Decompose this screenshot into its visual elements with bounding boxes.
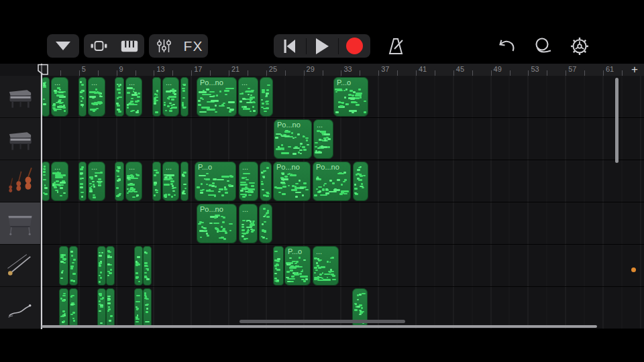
note-dot <box>290 174 297 176</box>
note-dot <box>200 192 203 194</box>
note-dot <box>286 263 288 265</box>
ruler[interactable]: + 5913172125293337414549535761 <box>40 64 644 76</box>
midi-region[interactable] <box>260 77 273 117</box>
midi-region[interactable] <box>180 162 189 201</box>
midi-region[interactable] <box>106 246 115 286</box>
note-dot <box>294 187 300 189</box>
track-header-thin-instrument[interactable] <box>0 287 40 329</box>
note-dot <box>245 177 247 179</box>
midi-region[interactable] <box>115 77 124 117</box>
song-sections-button[interactable] <box>47 34 79 58</box>
midi-region[interactable] <box>69 246 78 286</box>
tracks-view-button[interactable] <box>84 34 114 58</box>
midi-region[interactable]: ... <box>313 119 333 159</box>
fx-button[interactable]: FX <box>178 34 208 58</box>
midi-region[interactable] <box>152 77 161 117</box>
note-dot <box>131 94 138 96</box>
midi-region[interactable]: Po...no <box>197 204 237 243</box>
midi-region[interactable]: ... <box>51 77 68 117</box>
record-button[interactable] <box>339 34 370 58</box>
midi-region[interactable]: Po...no <box>197 77 237 117</box>
note-dot <box>89 176 91 178</box>
horizontal-scrollbar[interactable] <box>42 325 597 328</box>
midi-region[interactable]: ... <box>88 77 105 117</box>
note-dot <box>206 184 208 186</box>
playhead-handle[interactable] <box>37 64 49 76</box>
midi-region[interactable]: ... <box>239 162 258 201</box>
garageband-app: FX <box>0 0 644 362</box>
note-dot <box>262 189 264 191</box>
midi-region[interactable] <box>143 246 152 286</box>
note-dot <box>101 306 103 308</box>
note-dot <box>315 142 318 144</box>
note-dot <box>225 192 228 194</box>
note-dot <box>131 98 133 100</box>
midi-region[interactable]: ... <box>238 77 258 117</box>
note-dot <box>182 90 185 92</box>
midi-region[interactable] <box>273 246 284 286</box>
midi-region[interactable] <box>97 288 106 328</box>
midi-region[interactable] <box>260 162 272 201</box>
midi-region[interactable] <box>59 288 68 328</box>
undo-button[interactable] <box>491 34 521 58</box>
midi-region[interactable]: ... <box>88 162 105 201</box>
track-header-clavinet[interactable] <box>0 202 40 245</box>
metronome-button[interactable] <box>381 34 411 58</box>
midi-region[interactable] <box>134 288 143 328</box>
note-dot <box>129 178 138 180</box>
midi-region[interactable]: Po...no <box>313 162 351 201</box>
note-dot <box>172 92 175 94</box>
loop-browser-button[interactable] <box>528 34 557 58</box>
midi-region[interactable] <box>180 77 189 117</box>
midi-region[interactable]: ... <box>239 204 258 243</box>
note-dot <box>137 256 140 258</box>
midi-region[interactable] <box>78 162 87 201</box>
play-button[interactable] <box>307 34 338 58</box>
midi-region[interactable] <box>78 77 87 117</box>
track-header-grand-piano[interactable] <box>0 76 40 118</box>
midi-region[interactable]: Po...no <box>273 162 311 201</box>
midi-region[interactable]: P...o <box>333 77 368 117</box>
add-track-button[interactable]: + <box>629 64 640 75</box>
mixer-button[interactable] <box>149 34 178 58</box>
keyboard-view-button[interactable] <box>114 34 144 58</box>
note-dot <box>53 105 55 107</box>
playhead-line[interactable] <box>41 64 42 329</box>
note-dot <box>63 105 65 107</box>
note-dot <box>146 308 148 310</box>
midi-region[interactable]: ... <box>125 162 142 201</box>
midi-region[interactable]: ... <box>313 246 339 286</box>
midi-region[interactable]: ... <box>162 77 179 117</box>
track-header-grand-piano[interactable] <box>0 118 40 160</box>
midi-region[interactable] <box>59 246 68 286</box>
midi-region[interactable] <box>69 288 78 328</box>
midi-region[interactable] <box>143 288 152 328</box>
midi-region[interactable] <box>259 204 272 243</box>
rewind-button[interactable] <box>274 34 306 58</box>
midi-region[interactable]: ... <box>162 162 179 201</box>
midi-region[interactable] <box>115 162 124 201</box>
midi-region[interactable]: P...o <box>195 162 236 201</box>
vertical-scrollbar[interactable] <box>615 78 619 163</box>
midi-region[interactable] <box>152 162 161 201</box>
midi-region[interactable]: ... <box>51 162 68 201</box>
midi-region[interactable] <box>42 162 50 201</box>
midi-region[interactable] <box>106 288 115 328</box>
midi-region[interactable] <box>97 246 106 286</box>
track-header-string-section[interactable] <box>0 160 40 202</box>
note-dot <box>127 87 133 89</box>
midi-region[interactable] <box>42 77 50 117</box>
settings-button[interactable] <box>565 34 594 58</box>
note-dot <box>80 186 83 188</box>
note-dot <box>62 300 64 302</box>
midi-region[interactable]: ... <box>125 77 142 117</box>
midi-region[interactable] <box>134 246 143 286</box>
midi-region[interactable]: P...o <box>284 246 311 286</box>
note-dot <box>274 273 277 275</box>
track-header-bow[interactable] <box>0 245 40 287</box>
midi-region[interactable] <box>353 162 368 201</box>
note-dot <box>356 306 358 308</box>
midi-region[interactable]: Po...no <box>274 119 312 159</box>
note-dot <box>117 88 120 90</box>
horizontal-scrollbar-secondary[interactable] <box>239 320 405 323</box>
